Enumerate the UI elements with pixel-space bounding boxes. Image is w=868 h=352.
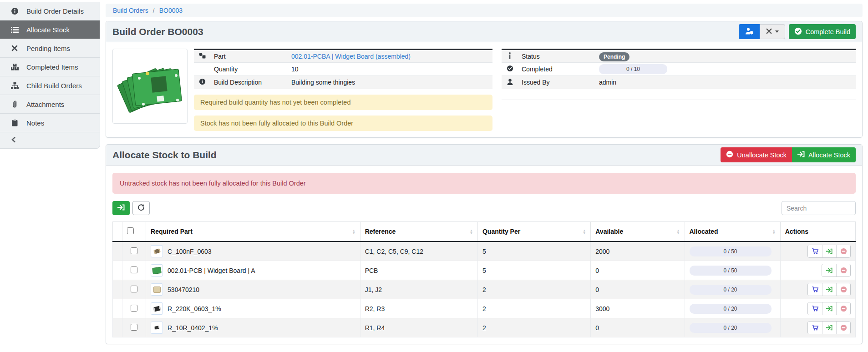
untracked-stock-alert: Untracked stock has not been fully alloc… — [112, 173, 856, 194]
breadcrumb-link-bo0003[interactable]: BO0003 — [159, 7, 183, 14]
part-link[interactable]: R_220K_0603_1% — [168, 305, 221, 312]
clipboard-icon — [10, 119, 19, 126]
sign-in-icon — [117, 204, 125, 212]
info-circle-icon — [10, 7, 19, 15]
detail-label: Build Description — [210, 76, 288, 89]
buy-stock-button[interactable] — [808, 245, 822, 257]
allocation-table: Required Part Reference Quantity Per Ava… — [112, 221, 856, 337]
main-content: Build Orders / BO0003 Build Order BO0003 — [100, 0, 868, 351]
unallocate-stock-row-button[interactable] — [836, 322, 850, 334]
column-quantity-per[interactable]: Quantity Per — [477, 222, 590, 242]
sidebar-item-completed-items[interactable]: Completed Items — [0, 58, 100, 76]
part-link[interactable]: 002.01-PCB | Widget Board | A — [168, 267, 255, 274]
row-checkbox[interactable] — [131, 267, 137, 273]
complete-build-label: Complete Build — [806, 28, 850, 35]
allocation-toolbar — [112, 201, 856, 215]
allocate-stock-row-button[interactable] — [822, 264, 836, 277]
unallocate-stock-row-button[interactable] — [836, 264, 850, 277]
search-input[interactable] — [782, 201, 856, 215]
table-row: R_10R_0402_1% R1, R4 2 0 0 / 20 — [113, 318, 856, 337]
sidebar-item-build-order-details[interactable]: Build Order Details — [0, 2, 100, 20]
detail-value: Building some thingies — [288, 76, 492, 89]
unallocate-stock-row-button[interactable] — [836, 245, 850, 257]
table-row: C_100nF_0603 C1, C2, C5, C9, C12 5 2000 … — [113, 241, 856, 261]
detail-label: Quantity — [210, 63, 288, 76]
sidebar-collapse-button[interactable] — [0, 132, 100, 149]
sidebar: Build Order Details Allocate Stock Pendi… — [0, 0, 100, 351]
build-warning-allocation: Stock has not been fully allocated to th… — [194, 116, 492, 131]
quantity-per-cell: 2 — [477, 299, 590, 318]
select-all-checkbox[interactable] — [127, 227, 134, 234]
sitemap-icon — [10, 82, 19, 89]
build-order-panel-header: Build Order BO0003 — [106, 21, 862, 42]
quantity-per-cell: 5 — [477, 241, 590, 261]
unallocate-stock-row-button[interactable] — [836, 302, 850, 315]
detail-row-status: Status Pending — [502, 50, 856, 63]
wrench-screwdriver-icon — [766, 28, 772, 36]
boxes-icon — [10, 64, 19, 70]
table-row: 002.01-PCB | Widget Board | A PCB 5 0 0 … — [113, 261, 856, 280]
table-row: 530470210 J1, J2 2 0 0 / 20 — [113, 280, 856, 299]
quantity-per-cell: 5 — [477, 261, 590, 280]
detail-row-quantity: Quantity 10 — [194, 63, 492, 76]
column-reference[interactable]: Reference — [360, 222, 477, 242]
refresh-icon — [137, 204, 145, 212]
unallocate-stock-label: Unallocate Stock — [737, 151, 787, 159]
paperclip-icon — [10, 101, 19, 108]
column-required-part[interactable]: Required Part — [146, 222, 360, 242]
part-link[interactable]: 002.01-PCBA | Widget Board (assembled) — [291, 53, 411, 60]
sort-icon — [583, 229, 586, 235]
sign-in-icon — [797, 151, 805, 159]
detail-row-issued-by: Issued By admin — [502, 76, 856, 89]
allocate-stock-row-button[interactable] — [822, 322, 836, 334]
build-order-panel: Build Order BO0003 — [106, 21, 863, 138]
part-link[interactable]: C_100nF_0603 — [168, 248, 212, 255]
allocate-stock-row-button[interactable] — [822, 283, 836, 296]
allocate-stock-button[interactable]: Allocate Stock — [792, 147, 856, 162]
allocate-selected-button[interactable] — [112, 201, 130, 215]
build-actions-dropdown-button[interactable] — [760, 24, 785, 39]
detail-row-description: Build Description Building some thingies — [194, 76, 492, 89]
part-link[interactable]: R_10R_0402_1% — [168, 324, 218, 332]
reference-cell: PCB — [360, 261, 477, 280]
available-cell: 3000 — [591, 299, 685, 318]
part-link[interactable]: 530470210 — [168, 286, 199, 293]
task-list-icon — [10, 26, 19, 33]
detail-row-part: Part 002.01-PCBA | Widget Board (assembl… — [194, 50, 492, 63]
unallocate-stock-button[interactable]: Unallocate Stock — [721, 147, 792, 162]
row-checkbox[interactable] — [131, 324, 137, 331]
allocate-stock-row-button[interactable] — [822, 302, 836, 315]
part-thumbnail — [151, 283, 163, 296]
sidebar-item-notes[interactable]: Notes — [0, 114, 100, 132]
row-checkbox[interactable] — [131, 247, 137, 254]
detail-label: Completed — [518, 63, 595, 76]
sidebar-item-label: Attachments — [26, 101, 64, 108]
unallocate-stock-row-button[interactable] — [836, 283, 850, 296]
buy-stock-button[interactable] — [808, 322, 822, 334]
info-icon — [508, 53, 511, 60]
allocate-stock-panel: Allocate Stock to Build Unallocate Stock — [106, 144, 863, 344]
sidebar-item-pending-items[interactable]: Pending Items — [0, 39, 100, 58]
allocated-progress: 0 / 50 — [690, 266, 772, 276]
refresh-button[interactable] — [132, 201, 150, 215]
breadcrumb-link-build-orders[interactable]: Build Orders — [113, 7, 148, 14]
sort-icon — [352, 229, 355, 235]
column-allocated[interactable]: Allocated — [685, 222, 780, 242]
row-checkbox[interactable] — [131, 286, 137, 292]
sidebar-item-allocate-stock[interactable]: Allocate Stock — [0, 20, 100, 39]
info-circle-icon — [199, 79, 206, 86]
build-warning-quantity: Required build quantity has not yet been… — [194, 95, 492, 110]
sidebar-item-label: Completed Items — [26, 63, 78, 71]
row-checkbox[interactable] — [131, 305, 137, 312]
column-available[interactable]: Available — [591, 222, 685, 242]
allocate-stock-row-button[interactable] — [822, 245, 836, 257]
allocated-progress: 0 / 20 — [690, 323, 772, 333]
sidebar-item-child-build-orders[interactable]: Child Build Orders — [0, 76, 100, 95]
status-badge: Pending — [599, 52, 629, 61]
buy-stock-button[interactable] — [808, 283, 822, 296]
buy-stock-button[interactable] — [808, 302, 822, 315]
complete-build-button[interactable]: Complete Build — [789, 24, 856, 39]
admin-actions-button[interactable] — [739, 24, 760, 39]
part-thumbnail — [151, 302, 163, 315]
sidebar-item-attachments[interactable]: Attachments — [0, 95, 100, 114]
